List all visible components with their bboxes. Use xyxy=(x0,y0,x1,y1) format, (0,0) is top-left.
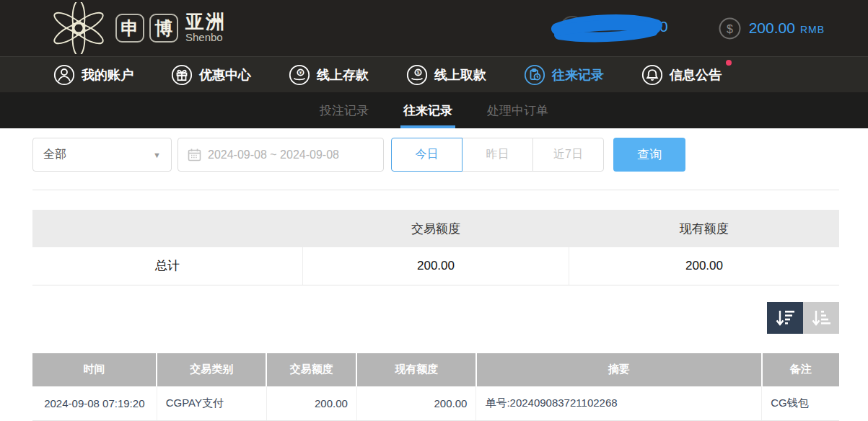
nav-label: 线上取款 xyxy=(434,66,486,84)
withdraw-icon: $ xyxy=(406,64,428,86)
records-header-time: 时间 xyxy=(32,353,157,386)
records-icon xyxy=(524,64,545,86)
site-logo[interactable]: 申 博 亚洲 Shenbo xyxy=(51,2,226,54)
balance[interactable]: $ 200.00 RMB xyxy=(719,17,825,40)
sort-descending-button[interactable] xyxy=(767,302,803,334)
balance-currency: RMB xyxy=(800,21,825,35)
record-remark: CG钱包 xyxy=(762,386,839,421)
records-table: 时间 交易类别 交易额度 现有额度 摘要 备注 2024-09-08 07:19… xyxy=(32,353,839,421)
nav-item-transaction-records[interactable]: 往来记录 xyxy=(524,64,604,86)
summary-header-empty xyxy=(32,210,303,247)
nav-item-promotions[interactable]: 优惠中心 xyxy=(171,64,251,86)
nav-item-withdraw[interactable]: $ 线上取款 xyxy=(406,64,486,86)
chevron-down-icon: ▼ xyxy=(153,151,161,159)
record-type: CGPAY支付 xyxy=(157,386,266,421)
logo-char-box-2: 博 xyxy=(149,14,178,43)
records-header-summary: 摘要 xyxy=(476,353,762,386)
masked-username[interactable]: 90 xyxy=(550,12,674,45)
records-header-row: 时间 交易类别 交易额度 现有额度 摘要 备注 xyxy=(32,353,839,386)
balance-amount: 200.00 xyxy=(749,19,795,37)
user-icon xyxy=(53,64,75,86)
table-row: 2024-09-08 07:19:20 CGPAY支付 200.00 200.0… xyxy=(32,386,839,421)
nav-label: 线上存款 xyxy=(317,66,369,84)
nav-item-announcements[interactable]: 信息公告 xyxy=(641,64,722,86)
record-current-balance: 200.00 xyxy=(356,386,475,421)
type-select[interactable]: 全部 ▼ xyxy=(32,138,172,172)
records-header-type: 交易类别 xyxy=(157,353,266,386)
quick-date-group: 今日 昨日 近7日 xyxy=(391,138,604,172)
type-select-value: 全部 xyxy=(43,147,66,162)
summary-transaction-amount: 200.00 xyxy=(303,247,569,285)
main-content: 全部 ▼ 2024-09-08 ~ 2024-09-08 今日 昨日 近7日 xyxy=(0,138,868,421)
logo-subtitle: Shenbo xyxy=(185,31,226,44)
search-button[interactable]: 查询 xyxy=(613,138,685,172)
page: 申 博 亚洲 Shenbo 90 $ xyxy=(0,0,868,421)
records-header-transaction-amount: 交易额度 xyxy=(266,353,356,386)
bell-icon xyxy=(641,64,663,86)
record-transaction-amount: 200.00 xyxy=(266,386,356,421)
summary-header-row: 交易额度 现有额度 xyxy=(32,210,839,247)
sort-ascending-button[interactable] xyxy=(803,302,839,334)
nav-item-deposit[interactable]: ¥ 线上存款 xyxy=(289,64,369,86)
logo-char-box-1: 申 xyxy=(115,14,144,43)
summary-total-row: 总计 200.00 200.00 xyxy=(32,247,839,285)
deposit-icon: ¥ xyxy=(289,64,310,86)
nav-label: 信息公告 xyxy=(670,66,722,84)
record-tabs: 投注记录 往来记录 处理中订单 xyxy=(0,92,868,128)
record-time: 2024-09-08 07:19:20 xyxy=(32,386,157,421)
divider xyxy=(32,190,839,190)
svg-text:$: $ xyxy=(417,70,420,75)
records-header-remark: 备注 xyxy=(762,353,839,386)
sort-amount-asc-icon xyxy=(811,309,831,327)
sort-controls xyxy=(32,302,839,334)
quick-button-today[interactable]: 今日 xyxy=(391,138,463,172)
summary-current-balance: 200.00 xyxy=(569,247,839,285)
main-nav: 我的账户 优惠中心 ¥ 线上存款 xyxy=(0,56,868,92)
tab-transaction-records[interactable]: 往来记录 xyxy=(402,92,454,128)
nav-label: 往来记录 xyxy=(552,66,604,84)
summary-header-transaction-amount: 交易额度 xyxy=(303,210,569,247)
dollar-circle-icon: $ xyxy=(719,17,741,40)
svg-text:$: $ xyxy=(727,22,733,35)
tab-betting-records[interactable]: 投注记录 xyxy=(318,92,370,128)
summary-table: 交易额度 现有额度 总计 200.00 200.00 xyxy=(32,210,839,285)
records-header-current-balance: 现有额度 xyxy=(356,353,475,386)
gift-icon xyxy=(171,64,193,86)
calendar-icon xyxy=(188,148,201,161)
logo-region-text: 亚洲 xyxy=(185,12,226,31)
nav-label: 优惠中心 xyxy=(199,66,251,84)
nav-item-my-account[interactable]: 我的账户 xyxy=(53,64,133,86)
flower-logo-icon xyxy=(51,2,107,54)
nav-label: 我的账户 xyxy=(82,66,133,84)
record-summary: 单号:202409083721102268 xyxy=(476,386,762,421)
summary-total-label: 总计 xyxy=(32,247,303,285)
filter-row: 全部 ▼ 2024-09-08 ~ 2024-09-08 今日 昨日 近7日 xyxy=(32,138,839,172)
svg-text:¥: ¥ xyxy=(299,70,302,75)
date-range-value: 2024-09-08 ~ 2024-09-08 xyxy=(208,149,339,161)
date-range-input[interactable]: 2024-09-08 ~ 2024-09-08 xyxy=(177,138,384,172)
sort-amount-desc-icon xyxy=(775,309,795,327)
top-header: 申 博 亚洲 Shenbo 90 $ xyxy=(0,0,868,56)
tab-pending-orders[interactable]: 处理中订单 xyxy=(486,92,550,128)
notification-dot xyxy=(726,60,732,66)
masked-username-scribble xyxy=(550,12,665,45)
quick-button-yesterday[interactable]: 昨日 xyxy=(462,138,533,172)
quick-button-last7days[interactable]: 近7日 xyxy=(532,138,604,172)
summary-header-current-balance: 现有额度 xyxy=(569,210,839,247)
